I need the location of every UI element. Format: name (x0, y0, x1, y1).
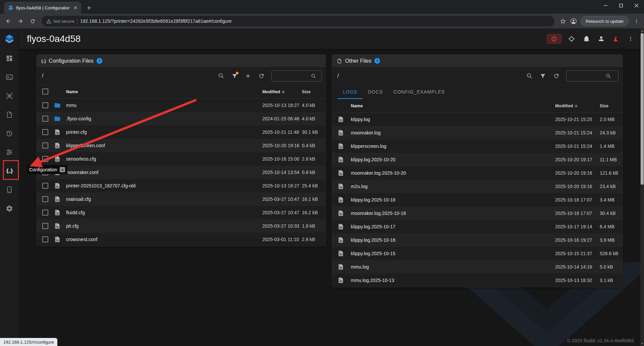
configuration-braces-icon: {..} (6, 168, 13, 174)
file-row[interactable]: klipperscreen.log2025-10-21 15:241.4 MB (332, 139, 623, 153)
file-row[interactable]: klippy.log.2025-10-172025-10-17 19:146.4… (332, 220, 623, 233)
select-all-checkbox[interactable] (42, 89, 48, 95)
tab-config_examples[interactable]: CONFIG_EXAMPLES (388, 85, 450, 99)
emergency-stop-button[interactable] (547, 34, 561, 44)
scrollbar-down-icon[interactable]: ▼ (640, 341, 644, 346)
window-minimize-button[interactable] (598, 0, 613, 11)
sidebar-item-configuration[interactable]: {..} (0, 162, 19, 180)
bookmark-star-icon[interactable] (558, 16, 568, 26)
sidebar-item-gcode-preview[interactable] (0, 86, 19, 105)
column-modified[interactable]: Modified (262, 89, 302, 94)
file-row[interactable]: moonraker.log.2025-10-182025-10-18 17:07… (332, 207, 623, 220)
klipper-logo-icon[interactable] (611, 34, 621, 44)
sidebar-item-tune[interactable] (0, 143, 19, 162)
search-toggle-icon[interactable] (215, 70, 227, 82)
filter-icon[interactable] (537, 70, 549, 82)
new-tab-button[interactable] (84, 3, 94, 13)
sidebar-item-history[interactable] (0, 124, 19, 143)
tab-logs[interactable]: LOGS (337, 85, 363, 99)
config-search-field[interactable] (271, 70, 322, 81)
file-row[interactable]: moonraker.log2025-10-21 15:2424.3 kB (332, 126, 623, 139)
file-row[interactable]: mmu.log2025-10-14 14:165.0 kB (332, 260, 623, 274)
sidebar-item-jobs[interactable] (0, 105, 19, 124)
sidebar-item-system[interactable] (0, 180, 19, 199)
breadcrumb[interactable]: / (337, 73, 522, 79)
breadcrumb[interactable]: / (42, 73, 214, 79)
row-checkbox[interactable] (42, 116, 48, 122)
browser-tab[interactable]: flyos-0a4d58 | Configuration (4, 2, 81, 14)
config-search-input[interactable] (275, 73, 309, 78)
file-row[interactable]: .flyos-config2024-01-25 06:464.0 kB (37, 112, 326, 125)
browser-menu-kebab-icon[interactable] (631, 16, 641, 26)
refresh-files-icon[interactable] (550, 70, 562, 82)
refresh-files-icon[interactable] (255, 70, 267, 82)
file-modified: 2025-10-16 19:27 (555, 237, 600, 243)
file-row[interactable]: mmu2025-10-13 18:274.0 kB (37, 99, 326, 112)
url-bar[interactable]: Not secure 192.168.1.125/?printer=24282e… (42, 16, 554, 26)
tab-docs[interactable]: DOCS (363, 85, 388, 99)
file-row[interactable]: sensorless.cfg2025-10-16 15:002.8 kB (37, 152, 326, 166)
app-menu-kebab-icon[interactable] (626, 34, 635, 44)
row-checkbox[interactable] (42, 183, 48, 189)
row-checkbox[interactable] (42, 129, 48, 135)
security-chip[interactable]: Not secure (46, 19, 74, 24)
file-row[interactable]: mainsail.cfg2025-03-27 10:4716.1 kB (37, 192, 326, 206)
column-size[interactable]: Size (302, 89, 326, 94)
tab-close-icon[interactable] (72, 5, 78, 11)
search-toggle-icon[interactable] (523, 70, 535, 82)
file-row[interactable]: plr.cfg2025-03-27 10:331.8 kB (37, 219, 326, 233)
other-search-field[interactable] (566, 70, 619, 81)
help-icon[interactable]: ? (97, 58, 102, 64)
locate-crosshair-icon[interactable] (567, 34, 576, 44)
column-modified[interactable]: Modified (555, 103, 600, 108)
column-name[interactable]: Name (66, 89, 262, 94)
file-row[interactable]: printer.cfg2025-10-21 11:4830.1 kB (37, 125, 326, 139)
annotation-close-icon[interactable]: x (60, 167, 65, 172)
file-row[interactable]: klippy.log.2025-10-162025-10-16 19:273.9… (332, 233, 623, 247)
row-checkbox[interactable] (42, 236, 48, 242)
file-row[interactable]: mmu.log.2025-10-132025-10-13 18:323.1 kB (332, 274, 623, 287)
row-checkbox[interactable] (42, 210, 48, 216)
help-icon[interactable]: ? (374, 58, 380, 64)
filter-icon[interactable] (228, 70, 240, 82)
refresh-icon[interactable] (27, 15, 38, 27)
window-maximize-button[interactable] (613, 0, 629, 11)
file-row[interactable]: klippy.log.2025-10-152025-10-15 21:37528… (332, 247, 623, 260)
fluidd-logo[interactable] (0, 28, 19, 49)
sidebar: {..} (0, 28, 19, 346)
column-size[interactable]: Size (600, 103, 623, 108)
file-row[interactable]: klippy.log2025-10-21 15:252.0 MB (332, 113, 623, 126)
column-name[interactable]: Name (351, 103, 555, 108)
file-icon (337, 210, 351, 217)
window-close-button[interactable] (629, 0, 644, 11)
page-scrollbar[interactable]: ▲ ▼ (640, 28, 644, 346)
forward-icon[interactable] (15, 15, 26, 27)
row-checkbox[interactable] (42, 102, 48, 108)
file-row[interactable]: printer-20251013_182707.cfg-old2025-10-1… (37, 179, 326, 192)
scrollbar-thumb[interactable] (641, 33, 644, 185)
file-row[interactable]: m2u.log2025-10-20 19:1623.4 kB (332, 180, 623, 193)
user-account-icon[interactable] (596, 34, 606, 44)
file-row[interactable]: moonraker.conf2025-10-14 13:540.8 kB (37, 166, 326, 179)
row-checkbox[interactable] (42, 223, 48, 229)
row-checkbox[interactable] (42, 142, 48, 149)
file-row[interactable]: klipperScreen.conf2025-10-20 19:160.4 kB (37, 139, 326, 152)
file-row[interactable]: fluidd.cfg2025-03-27 10:4716.2 kB (37, 206, 326, 219)
file-row[interactable]: moonraker.log.2025-10-202025-10-20 19:16… (332, 166, 623, 180)
other-search-input[interactable] (570, 73, 603, 78)
sidebar-item-dashboard[interactable] (0, 49, 19, 68)
file-row[interactable]: klippy.log.2025-10-202025-10-20 19:1711.… (332, 153, 623, 166)
sidebar-item-settings[interactable] (0, 199, 19, 218)
scrollbar-up-icon[interactable]: ▲ (640, 28, 644, 33)
row-checkbox[interactable] (42, 156, 48, 162)
row-checkbox[interactable] (42, 196, 48, 202)
add-file-plus-icon[interactable] (242, 70, 254, 82)
profile-avatar-icon[interactable] (569, 16, 579, 26)
gcode-preview-icon (6, 92, 13, 100)
file-row[interactable]: crowsnest.conf2025-03-01 11:102.8 kB (37, 233, 326, 246)
relaunch-to-update-button[interactable]: Relaunch to update (581, 16, 629, 26)
notifications-bell-icon[interactable] (582, 34, 591, 44)
sidebar-item-console[interactable] (0, 68, 19, 86)
file-row[interactable]: klippy.log.2025-10-182025-10-18 17:073.4… (332, 193, 623, 207)
back-icon[interactable] (3, 15, 14, 27)
